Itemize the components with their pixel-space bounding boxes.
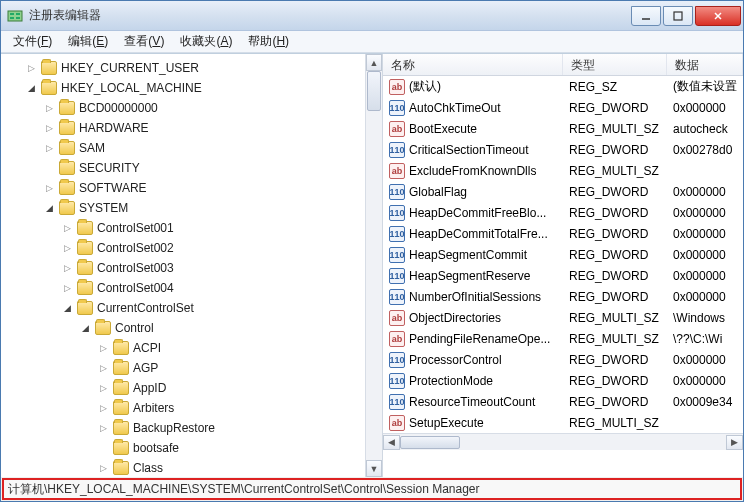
cell-data: 0x000000	[667, 290, 743, 304]
tree-node[interactable]: SYSTEM	[1, 198, 365, 218]
expand-icon[interactable]	[61, 222, 73, 234]
folder-icon	[77, 221, 93, 235]
scroll-down-icon[interactable]: ▼	[366, 460, 382, 477]
expand-icon[interactable]	[97, 342, 109, 354]
value-row[interactable]: 110HeapSegmentCommitREG_DWORD0x000000	[383, 244, 743, 265]
collapse-icon[interactable]	[25, 82, 37, 94]
tree-node[interactable]: Control	[1, 318, 365, 338]
tree-node[interactable]: AppID	[1, 378, 365, 398]
value-row[interactable]: 110HeapSegmentReserveREG_DWORD0x000000	[383, 265, 743, 286]
tree-node[interactable]: ControlSet004	[1, 278, 365, 298]
value-row[interactable]: 110ProtectionModeREG_DWORD0x000000	[383, 370, 743, 391]
expand-icon[interactable]	[43, 122, 55, 134]
value-row[interactable]: 110GlobalFlagREG_DWORD0x000000	[383, 181, 743, 202]
value-row[interactable]: abObjectDirectoriesREG_MULTI_SZ\Windows	[383, 307, 743, 328]
window-buttons	[629, 6, 741, 26]
tree-node[interactable]: ControlSet002	[1, 238, 365, 258]
tree-node-label: HARDWARE	[79, 121, 149, 135]
list-pane[interactable]: 名称 类型 数据 ab(默认)REG_SZ(数值未设置110AutoChkTim…	[383, 54, 743, 477]
value-row[interactable]: abSetupExecuteREG_MULTI_SZ	[383, 412, 743, 433]
column-header-data[interactable]: 数据	[667, 54, 743, 75]
close-button[interactable]	[695, 6, 741, 26]
tree-node[interactable]: Arbiters	[1, 398, 365, 418]
tree-node-label: Arbiters	[133, 401, 174, 415]
menu-edit[interactable]: 编辑(E)	[60, 31, 116, 52]
expand-icon[interactable]	[61, 242, 73, 254]
tree-node[interactable]: AGP	[1, 358, 365, 378]
value-row[interactable]: 110ProcessorControlREG_DWORD0x000000	[383, 349, 743, 370]
collapse-icon[interactable]	[61, 302, 73, 314]
tree-node[interactable]: SECURITY	[1, 158, 365, 178]
cell-type: REG_DWORD	[563, 353, 667, 367]
tree-node[interactable]: Class	[1, 458, 365, 477]
tree-node[interactable]: BackupRestore	[1, 418, 365, 438]
menu-favorites[interactable]: 收藏夹(A)	[172, 31, 240, 52]
scroll-thumb[interactable]	[400, 436, 460, 449]
value-row[interactable]: 110NumberOfInitialSessionsREG_DWORD0x000…	[383, 286, 743, 307]
value-row[interactable]: 110HeapDeCommitFreeBlo...REG_DWORD0x0000…	[383, 202, 743, 223]
expand-icon[interactable]	[61, 282, 73, 294]
cell-name: ab(默认)	[383, 78, 563, 95]
tree-pane[interactable]: HKEY_CURRENT_USERHKEY_LOCAL_MACHINEBCD00…	[1, 54, 383, 477]
tree-node[interactable]: ACPI	[1, 338, 365, 358]
cell-type: REG_DWORD	[563, 248, 667, 262]
collapse-icon[interactable]	[79, 322, 91, 334]
list-header: 名称 类型 数据	[383, 54, 743, 76]
tree-node[interactable]: SAM	[1, 138, 365, 158]
expand-icon[interactable]	[43, 182, 55, 194]
scroll-left-icon[interactable]: ◀	[383, 435, 400, 450]
tree-node[interactable]: ControlSet001	[1, 218, 365, 238]
binary-value-icon: 110	[389, 352, 405, 368]
value-row[interactable]: abPendingFileRenameOpe...REG_MULTI_SZ\??…	[383, 328, 743, 349]
expand-icon[interactable]	[97, 402, 109, 414]
scroll-thumb[interactable]	[367, 71, 381, 111]
tree-node[interactable]: HKEY_LOCAL_MACHINE	[1, 78, 365, 98]
minimize-button[interactable]	[631, 6, 661, 26]
tree-node[interactable]: ControlSet003	[1, 258, 365, 278]
maximize-button[interactable]	[663, 6, 693, 26]
binary-value-icon: 110	[389, 142, 405, 158]
expand-icon[interactable]	[61, 262, 73, 274]
expand-icon[interactable]	[97, 462, 109, 474]
tree-node[interactable]: SOFTWARE	[1, 178, 365, 198]
value-row[interactable]: 110HeapDeCommitTotalFre...REG_DWORD0x000…	[383, 223, 743, 244]
menu-view[interactable]: 查看(V)	[116, 31, 172, 52]
collapse-icon[interactable]	[43, 202, 55, 214]
tree-vscrollbar[interactable]: ▲ ▼	[365, 54, 382, 477]
folder-icon	[59, 141, 75, 155]
value-name: HeapDeCommitFreeBlo...	[409, 206, 546, 220]
expand-icon[interactable]	[25, 62, 37, 74]
scroll-right-icon[interactable]: ▶	[726, 435, 743, 450]
value-row[interactable]: 110ResourceTimeoutCountREG_DWORD0x0009e3…	[383, 391, 743, 412]
value-row[interactable]: 110CriticalSectionTimeoutREG_DWORD0x0027…	[383, 139, 743, 160]
tree-node[interactable]: bootsafe	[1, 438, 365, 458]
folder-icon	[59, 161, 75, 175]
column-header-type[interactable]: 类型	[563, 54, 667, 75]
menu-help[interactable]: 帮助(H)	[240, 31, 297, 52]
value-row[interactable]: 110AutoChkTimeOutREG_DWORD0x000000	[383, 97, 743, 118]
list-hscrollbar[interactable]: ◀ ▶	[383, 433, 743, 450]
folder-icon	[59, 121, 75, 135]
column-header-name[interactable]: 名称	[383, 54, 563, 75]
expand-icon[interactable]	[97, 382, 109, 394]
value-row[interactable]: abExcludeFromKnownDllsREG_MULTI_SZ	[383, 160, 743, 181]
value-row[interactable]: abBootExecuteREG_MULTI_SZautocheck	[383, 118, 743, 139]
tree-node[interactable]: BCD00000000	[1, 98, 365, 118]
scroll-up-icon[interactable]: ▲	[366, 54, 382, 71]
tree-node[interactable]: HKEY_CURRENT_USER	[1, 58, 365, 78]
value-row[interactable]: ab(默认)REG_SZ(数值未设置	[383, 76, 743, 97]
expand-icon[interactable]	[43, 142, 55, 154]
window-frame: 注册表编辑器 文件(F) 编辑(E) 查看(V) 收藏夹(A) 帮助(H) HK…	[0, 0, 744, 502]
binary-value-icon: 110	[389, 394, 405, 410]
expand-icon[interactable]	[97, 362, 109, 374]
expand-icon[interactable]	[97, 422, 109, 434]
menu-file[interactable]: 文件(F)	[5, 31, 60, 52]
tree-node[interactable]: HARDWARE	[1, 118, 365, 138]
cell-name: 110CriticalSectionTimeout	[383, 142, 563, 158]
expand-icon[interactable]	[43, 102, 55, 114]
string-value-icon: ab	[389, 331, 405, 347]
statusbar: 计算机\HKEY_LOCAL_MACHINE\SYSTEM\CurrentCon…	[2, 478, 742, 500]
value-name: SetupExecute	[409, 416, 484, 430]
titlebar[interactable]: 注册表编辑器	[1, 1, 743, 31]
tree-node[interactable]: CurrentControlSet	[1, 298, 365, 318]
